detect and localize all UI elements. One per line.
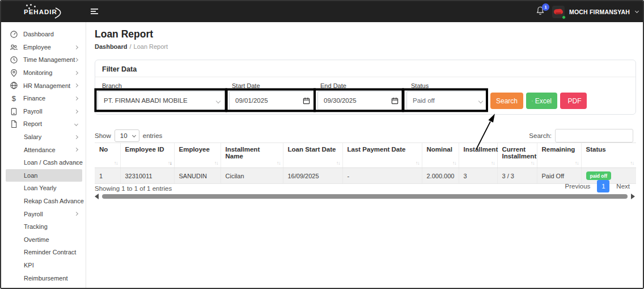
breadcrumb-dashboard-link[interactable]: Dashboard — [95, 43, 127, 50]
sidebar-item-payroll-report[interactable]: Payroll — [1, 207, 86, 220]
sidebar-item-time-management[interactable]: Time Management — [1, 53, 86, 66]
sidebar-item-loan[interactable]: Loan — [6, 169, 82, 182]
sidebar-toggle-icon[interactable] — [91, 9, 100, 15]
col-header-installment-name[interactable]: Installment Name↑↓ — [221, 143, 283, 168]
col-header-employee-id[interactable]: Employee ID↑↓ — [120, 143, 174, 168]
dollar-icon: $ — [10, 94, 18, 103]
cell-nominal: 2.000.000 — [422, 168, 459, 184]
sidebar-item-loan-yearly[interactable]: Loan Yearly — [1, 182, 86, 195]
chevron-down-icon — [635, 9, 639, 13]
sidebar-item-overtime[interactable]: Overtime — [1, 233, 86, 246]
sort-icon: ↑↓ — [114, 160, 118, 166]
sidebar-item-finance[interactable]: $ Finance — [1, 92, 86, 105]
col-header-current-installment[interactable]: Current Installment↑↓ — [497, 143, 537, 168]
scroll-right-arrow-icon[interactable] — [631, 194, 635, 199]
table-header-row: No↑↓ Employee ID↑↓ Employee↑↓ Installmen… — [95, 143, 636, 168]
sort-icon: ↑↓ — [452, 160, 456, 166]
avatar[interactable] — [552, 6, 565, 18]
online-status-dot — [562, 15, 566, 19]
cell-last-payment-date: - — [342, 168, 422, 184]
notifications-button[interactable]: 1 — [535, 5, 548, 19]
sidebar-item-attendance[interactable]: Attendance — [1, 143, 86, 156]
logo-sparkle-dots — [26, 5, 28, 6]
brand-logo[interactable]: PEHADIR — [16, 3, 78, 20]
page-size-select[interactable]: 10 — [115, 129, 139, 142]
chevron-down-icon — [74, 122, 78, 126]
cell-no: 1 — [95, 168, 120, 184]
select-caret-icon — [132, 133, 136, 137]
pdf-export-button[interactable]: PDF — [560, 93, 587, 109]
col-header-loan-start-date[interactable]: Loan Start Date↑↓ — [283, 143, 342, 168]
col-header-nominal[interactable]: Nominal↑↓ — [422, 143, 459, 168]
document-icon — [10, 120, 18, 128]
chevron-right-icon — [74, 71, 78, 75]
location-pin-icon — [10, 69, 18, 77]
sidebar-item-dashboard[interactable]: Dashboard — [1, 28, 86, 41]
search-button[interactable]: Search — [490, 93, 523, 109]
sort-icon: ↑↓ — [531, 160, 535, 166]
sidebar-item-reminder-contract[interactable]: Reminder Contract — [1, 246, 86, 259]
status-label: Status — [411, 82, 429, 89]
sidebar-item-report[interactable]: Report — [1, 118, 86, 131]
horizontal-scrollbar — [95, 193, 635, 199]
status-badge: paid off — [586, 171, 612, 180]
sidebar-item-employee[interactable]: Employee — [1, 41, 86, 54]
branch-label: Branch — [102, 82, 122, 89]
sidebar-item-loan-cash-advance[interactable]: Loan / Cash advance — [1, 156, 86, 169]
clock-icon — [10, 56, 18, 64]
dashboard-gauge-icon — [10, 30, 18, 39]
sort-icon: ↑↓ — [336, 160, 340, 166]
spreadsheet-icon — [532, 98, 533, 104]
loan-report-table: No↑↓ Employee ID↑↓ Employee↑↓ Installmen… — [95, 143, 636, 184]
col-header-no[interactable]: No↑↓ — [95, 143, 120, 168]
pagination-next[interactable]: Next — [613, 181, 633, 192]
start-date-input[interactable]: 09/01/2025 — [229, 91, 315, 110]
sidebar-item-reimbursement[interactable]: Reimbursement — [1, 271, 86, 284]
select-caret-icon — [216, 99, 221, 103]
sidebar-item-monitoring[interactable]: Monitoring — [1, 66, 86, 79]
breadcrumb: Dashboard/Loan Report — [95, 43, 168, 50]
col-header-installment[interactable]: Installment↑↓ — [459, 143, 497, 168]
user-menu[interactable]: MOCH FIRMANSYAH — [569, 9, 630, 15]
chevron-right-icon — [74, 212, 78, 216]
pagination-previous[interactable]: Previous — [562, 181, 594, 192]
start-date-label: Start Date — [232, 82, 260, 89]
sidebar-item-tracking[interactable]: Tracking — [1, 220, 86, 233]
chevron-right-icon — [74, 110, 78, 114]
table-search-input[interactable] — [555, 129, 633, 143]
filter-card: Filter Data Branch PT. FIRMAN ABADI MOBI… — [95, 60, 636, 115]
end-date-input[interactable]: 09/30/2025 — [317, 91, 404, 110]
table-search-control: Search: — [529, 129, 633, 143]
sort-icon: ↑↓ — [416, 160, 420, 166]
pagination-page-1[interactable]: 1 — [597, 180, 609, 192]
chevron-right-icon — [74, 45, 78, 49]
col-header-status[interactable]: Status↑↓ — [581, 143, 636, 168]
branch-select[interactable]: PT. FIRMAN ABADI MOBILE — [98, 91, 226, 110]
sort-icon: ↑↓ — [214, 160, 218, 166]
page-title: Loan Report — [95, 28, 153, 40]
status-select[interactable]: Paid off — [406, 91, 488, 110]
sort-icon: ↑↓ — [575, 160, 579, 166]
app-window: PEHADIR 1 MOCH FIRMANSYAH Dashboard E — [0, 0, 644, 289]
ledger-icon — [10, 107, 18, 116]
excel-export-button[interactable]: Excel — [526, 93, 557, 109]
sidebar-item-rekap-cash-advance[interactable]: Rekap Cash Advance — [1, 195, 86, 208]
chevron-right-icon — [74, 83, 78, 87]
people-icon — [10, 43, 18, 52]
chevron-right-icon — [74, 97, 78, 100]
col-header-employee[interactable]: Employee↑↓ — [174, 143, 221, 168]
sidebar-item-hr-management[interactable]: HR Management — [1, 79, 86, 92]
scrollbar-thumb[interactable] — [102, 194, 628, 199]
sort-icon: ↑↓ — [277, 160, 281, 166]
col-header-remaining[interactable]: Remaining↑↓ — [537, 143, 581, 168]
scroll-left-arrow-icon[interactable] — [95, 194, 99, 199]
table-info: Showing 1 to 1 of 1 entries — [95, 185, 172, 192]
sidebar-item-payroll[interactable]: Payroll — [1, 105, 86, 118]
filter-card-title: Filter Data — [102, 65, 137, 73]
brand-name: PEHADIR — [24, 9, 57, 15]
sidebar-item-salary[interactable]: Salary — [1, 131, 86, 144]
col-header-last-payment-date[interactable]: Last Payment Date↑↓ — [342, 143, 422, 168]
sidebar-item-kpi[interactable]: KPI — [1, 259, 86, 272]
end-date-label: End Date — [320, 82, 346, 89]
cell-employee: SANUDIN — [174, 168, 221, 184]
